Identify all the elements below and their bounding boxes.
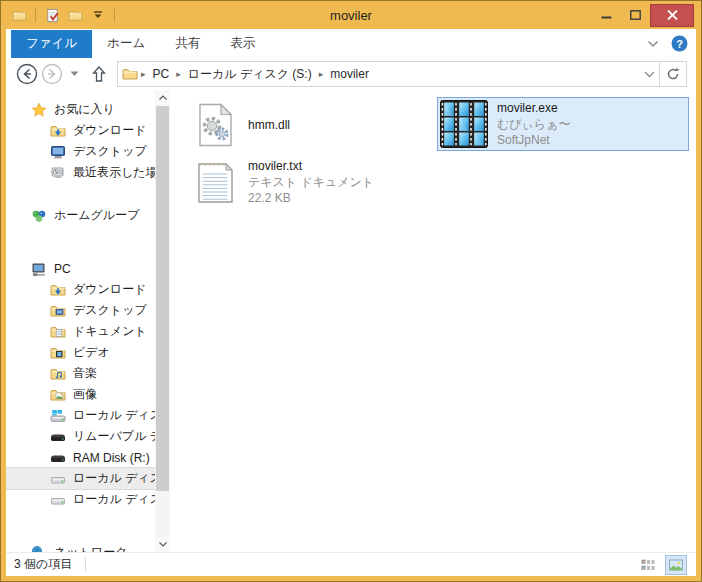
pc-icon [31,261,47,277]
documents-folder-icon [50,324,66,340]
caption-buttons [592,4,694,26]
file-tile-hmm-dll[interactable]: hmm.dll [191,101,421,149]
breadcrumb-pc[interactable]: PC [149,67,174,81]
explorer-folder-icon[interactable] [10,6,28,24]
tab-file[interactable]: ファイル [11,30,92,58]
sidebar-item-favorites[interactable]: お気に入り [6,99,155,120]
maximize-button[interactable] [621,5,650,26]
recent-locations-icon[interactable] [70,71,79,77]
star-icon [31,102,47,118]
refresh-icon[interactable] [660,61,687,87]
sidebar-item-local-disk-x[interactable]: ローカル ディスク ( [6,489,155,510]
dll-file-icon [191,101,239,149]
sidebar-item-network[interactable]: ネットワーク [6,542,155,552]
sidebar-label: 音楽 [73,365,97,382]
file-type: テキスト ドキュメント [248,174,374,190]
breadcrumb-separator: ▸ [173,69,184,79]
file-description: むびぃらぁ〜 [497,116,570,132]
sidebar-label: リムーバブル ディス [73,428,155,445]
file-name: moviler.exe [497,100,570,116]
scrollbar-thumb[interactable] [156,106,169,491]
system-drive-icon [50,408,66,424]
file-list: hmm.dll moviler.txt テキスト ドキュメント 22.2 KB … [170,90,696,552]
sidebar-item-homegroup[interactable]: ホームグループ [6,205,155,226]
ram-drive-icon [50,450,66,466]
desktop-icon [50,144,66,160]
music-folder-icon [50,366,66,382]
qat-separator [35,8,36,22]
sidebar-item-removable-disk[interactable]: リムーバブル ディス [6,426,155,447]
sidebar-item-downloads[interactable]: ダウンロード [6,120,155,141]
tab-share[interactable]: 共有 [160,30,215,58]
explorer-window: moviler ファイル ホーム 共有 表示 [0,0,702,582]
address-dropdown-icon[interactable] [644,71,655,78]
scroll-up-icon[interactable] [155,90,170,105]
sidebar-label: ビデオ [73,344,110,361]
local-drive-icon [50,492,66,508]
pictures-folder-icon [50,387,66,403]
tab-home[interactable]: ホーム [92,30,160,58]
qat-separator [114,8,115,22]
network-icon [31,545,47,553]
scroll-down-icon[interactable] [155,537,170,552]
minimize-button[interactable] [592,5,621,26]
sidebar-item-pictures[interactable]: 画像 [6,384,155,405]
up-icon[interactable] [92,66,106,82]
svg-text:?: ? [676,38,683,50]
sidebar-item-pc-desktop[interactable]: デスクトップ [6,300,155,321]
navigation-bar: ▸ PC ▸ ローカル ディスク (S:) ▸ moviler [6,58,696,90]
sidebar-item-ram-disk[interactable]: RAM Disk (R:) [6,447,155,468]
sidebar-item-documents[interactable]: ドキュメント [6,321,155,342]
sidebar-item-pc-downloads[interactable]: ダウンロード [6,279,155,300]
download-folder-icon [50,123,66,139]
back-icon[interactable] [16,63,38,85]
item-count: 3 個の項目 [14,556,72,573]
address-bar[interactable]: ▸ PC ▸ ローカル ディスク (S:) ▸ moviler [117,61,660,87]
sidebar-label: ダウンロード [73,122,146,139]
text-file-icon [191,158,239,206]
new-folder-icon[interactable] [66,6,84,24]
sidebar-label: デスクトップ [73,302,147,319]
sidebar-item-recent-places[interactable]: 最近表示した場所 [6,162,155,183]
sidebar-label: ホームグループ [54,207,139,224]
sidebar-label: RAM Disk (R:) [73,451,150,465]
sidebar-label: 最近表示した場所 [73,164,155,181]
homegroup-icon [31,208,47,224]
thumbnail-view-icon[interactable] [665,555,687,575]
removable-drive-icon [50,429,66,445]
sidebar-label: ローカル ディスク (C [73,407,155,424]
sidebar-scrollbar[interactable] [155,90,170,552]
file-name: hmm.dll [248,118,290,132]
ribbon-tabs: ファイル ホーム 共有 表示 ? [6,29,696,58]
sidebar-item-local-disk-c[interactable]: ローカル ディスク (C [6,405,155,426]
download-folder-icon [50,282,66,298]
sidebar-item-local-disk-s[interactable]: ローカル ディスク (S [6,468,155,489]
sidebar-item-desktop[interactable]: デスクトップ [6,141,155,162]
quick-access-toolbar [6,6,117,24]
title-bar: moviler [6,1,696,29]
sidebar-item-music[interactable]: 音楽 [6,363,155,384]
help-icon[interactable]: ? [671,35,688,52]
file-tile-moviler-exe[interactable]: moviler.exe むびぃらぁ〜 SoftJpNet [437,97,689,151]
sidebar-label: 画像 [73,386,97,403]
desktop-folder-icon [50,303,66,319]
breadcrumb-folder[interactable]: moviler [326,67,373,81]
tab-view[interactable]: 表示 [215,30,270,58]
breadcrumb-drive[interactable]: ローカル ディスク (S:) [184,66,316,83]
sidebar-item-pc[interactable]: PC [6,258,155,279]
sidebar-label: ドキュメント [73,323,147,340]
minimize-ribbon-icon[interactable] [647,40,659,48]
local-drive-icon [50,471,66,487]
file-tile-moviler-txt[interactable]: moviler.txt テキスト ドキュメント 22.2 KB [191,158,421,206]
customize-qat-icon[interactable] [89,6,107,24]
forward-icon[interactable] [41,63,63,85]
details-view-icon[interactable] [638,556,658,574]
videos-folder-icon [50,345,66,361]
close-button[interactable] [650,4,694,27]
breadcrumb-separator: ▸ [316,69,327,79]
sidebar-item-videos[interactable]: ビデオ [6,342,155,363]
status-separator [85,557,86,572]
file-size: 22.2 KB [248,190,374,206]
navigation-pane: お気に入り ダウンロード デスクトップ 最近表示した場所 ホームグルー [6,90,155,552]
properties-icon[interactable] [43,6,61,24]
